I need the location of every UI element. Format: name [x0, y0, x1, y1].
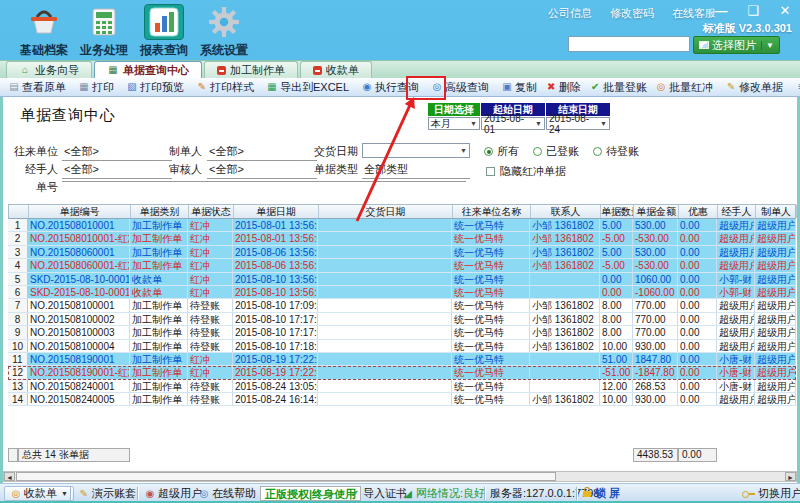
cell-delivery-date[interactable] — [318, 286, 452, 298]
bill-type-field[interactable]: 全部类型 — [362, 162, 470, 179]
tab-business-wizard[interactable]: 业务向导 — [6, 61, 92, 78]
cell-partner[interactable]: 统一优马特 — [452, 232, 530, 244]
cell-handler[interactable]: 超级用户 — [717, 393, 755, 405]
bill-no-field[interactable] — [62, 180, 466, 182]
nav-report-query[interactable]: 报表查询 — [134, 4, 194, 59]
cell-delivery-date[interactable] — [318, 340, 452, 352]
online-help-link[interactable]: 在线帮助 — [198, 486, 256, 501]
cell-amount[interactable]: 770.00 — [633, 299, 678, 311]
table-row[interactable]: 12 NO.201508190001-红冲 加工制作单 红冲 2015-08-1… — [8, 366, 796, 379]
cell-delivery-date[interactable] — [318, 353, 452, 365]
cell-contact[interactable]: 小邹 1361802 — [530, 232, 600, 244]
minimize-icon[interactable] — [712, 3, 730, 18]
cell-maker[interactable]: 超级用户 — [755, 353, 796, 365]
cell-handler[interactable]: 超级用户 — [717, 313, 755, 325]
cell-discount[interactable]: 0.00 — [678, 246, 717, 258]
scroll-left-icon[interactable]: ◄ — [4, 472, 15, 481]
cell-bill-date[interactable]: 2015-08-06 13:56:17 — [233, 259, 318, 271]
cell-delivery-date[interactable] — [318, 219, 452, 231]
cell-bill-no[interactable]: NO.201508060001 — [28, 246, 130, 258]
delete-button[interactable]: 删除 — [541, 79, 585, 96]
column-header[interactable]: 单据编号 — [29, 205, 131, 218]
cell-maker[interactable]: 超级用户 — [755, 340, 796, 352]
table-row[interactable]: 4 NO.201508060001-红冲 加工制作单 红冲 2015-08-06… — [8, 259, 796, 272]
cell-bill-status[interactable]: 待登账 — [188, 393, 233, 405]
edit-bill-button[interactable]: 修改单据 — [721, 79, 787, 96]
cell-bill-date[interactable]: 2015-08-10 13:56:27 — [233, 273, 318, 285]
cell-delivery-date[interactable] — [318, 366, 452, 378]
cell-quantity[interactable]: -5.00 — [600, 232, 633, 244]
cell-partner[interactable]: 统一优马特 — [452, 219, 530, 231]
cell-bill-type[interactable]: 加工制作单 — [130, 313, 188, 325]
cell-discount[interactable]: 0.00 — [678, 366, 717, 378]
cell-discount[interactable]: 0.00 — [678, 353, 717, 365]
cell-maker[interactable]: 超级用户 — [755, 380, 796, 392]
cell-bill-type[interactable]: 收款单 — [130, 273, 188, 285]
cell-bill-type[interactable]: 加工制作单 — [130, 380, 188, 392]
cell-bill-no[interactable]: NO.201508100002 — [28, 313, 130, 325]
cell-handler[interactable]: 超级用户 — [717, 299, 755, 311]
cell-amount[interactable]: -1060.00 — [633, 286, 678, 298]
column-header[interactable] — [9, 205, 29, 218]
tab-bill-query-center[interactable]: 单据查询中心 — [94, 61, 202, 78]
cell-amount[interactable]: 770.00 — [633, 313, 678, 325]
cell-maker[interactable]: 超级用户 — [755, 286, 796, 298]
receipt-bill-button[interactable]: 收款单 ▼ — [4, 486, 74, 501]
cell-contact[interactable] — [530, 286, 600, 298]
cell-amount[interactable]: 770.00 — [633, 326, 678, 338]
close-tab-icon[interactable] — [313, 66, 322, 75]
radio-all[interactable]: 所有 — [484, 144, 519, 159]
advanced-query-button[interactable]: 高级查询 — [427, 79, 493, 96]
print-style-button[interactable]: 打印样式 — [192, 79, 258, 96]
column-header[interactable]: 单据数量 — [601, 205, 634, 218]
cell-discount[interactable]: 0.00 — [678, 340, 717, 352]
cell-bill-no[interactable]: NO.201508190001-红冲 — [28, 366, 130, 378]
column-header[interactable]: 优惠 — [679, 205, 718, 218]
cell-handler[interactable]: 超级用户 — [717, 259, 755, 271]
cell-partner[interactable]: 统一优马特 — [452, 353, 530, 365]
cell-partner[interactable]: 统一优马特 — [452, 393, 530, 405]
hide-reversed-checkbox[interactable]: 隐藏红冲单据 — [486, 164, 566, 179]
cell-amount[interactable]: 930.00 — [633, 393, 678, 405]
cell-handler[interactable]: 超级用户 — [717, 219, 755, 231]
cell-bill-no[interactable]: NO.201508100003 — [28, 326, 130, 338]
cell-quantity[interactable]: 5.00 — [600, 219, 633, 231]
cell-quantity[interactable]: 0.00 — [600, 273, 633, 285]
maximize-icon[interactable] — [744, 3, 762, 18]
cell-bill-no[interactable]: NO.201508240005 — [28, 393, 130, 405]
cell-bill-status[interactable]: 待登账 — [188, 340, 233, 352]
cell-partner[interactable]: 统一优马特 — [452, 313, 530, 325]
column-header[interactable]: 单据状态 — [189, 205, 234, 218]
image-path-input[interactable] — [568, 36, 690, 52]
view-original-button[interactable]: 查看原单 — [4, 79, 70, 96]
radio-unposted[interactable]: 待登账 — [593, 144, 639, 159]
cell-bill-date[interactable]: 2015-08-19 17:22:08 — [233, 353, 318, 365]
cell-bill-no[interactable]: NO.201508060001-红冲 — [28, 259, 130, 271]
cell-delivery-date[interactable] — [318, 313, 452, 325]
cell-amount[interactable]: -1847.80 — [633, 366, 678, 378]
column-header[interactable]: 经手人 — [718, 205, 756, 218]
copy-button[interactable]: 复制 — [497, 79, 541, 96]
online-service-link[interactable]: 在线客服 — [672, 6, 716, 21]
chevron-down-icon[interactable]: ▼ — [761, 41, 774, 50]
cell-bill-type[interactable]: 加工制作单 — [130, 219, 188, 231]
tab-receipt-bill[interactable]: 收款单 — [300, 61, 372, 78]
cell-contact[interactable]: 小邹 1361802 — [530, 340, 600, 352]
cell-bill-date[interactable]: 2015-08-06 13:56:17 — [233, 246, 318, 258]
cell-contact[interactable] — [530, 273, 600, 285]
table-row[interactable]: 11 NO.201508190001 加工制作单 红冲 2015-08-19 1… — [8, 353, 796, 366]
cell-quantity[interactable]: 12.00 — [600, 380, 633, 392]
cell-maker[interactable]: 超级用户 — [755, 393, 796, 405]
horizontal-scrollbar[interactable]: ◄ ► — [3, 471, 797, 482]
cell-handler[interactable]: 小郭-财 — [717, 286, 755, 298]
cell-delivery-date[interactable] — [318, 299, 452, 311]
cell-bill-type[interactable]: 收款单 — [130, 286, 188, 298]
cell-bill-no[interactable]: NO.201508190001 — [28, 353, 130, 365]
column-header[interactable]: 单据金额 — [634, 205, 679, 218]
column-header[interactable]: 交货日期 — [319, 205, 453, 218]
table-row[interactable]: 1 NO.201508010001 加工制作单 红冲 2015-08-01 13… — [8, 219, 796, 232]
lock-screen-button[interactable]: 锁 屏 — [583, 486, 620, 501]
cell-partner[interactable]: 统一优马特 — [452, 246, 530, 258]
run-query-button[interactable]: 执行查询 — [357, 79, 423, 96]
switch-user-button[interactable]: 切换用户 — [742, 486, 800, 501]
